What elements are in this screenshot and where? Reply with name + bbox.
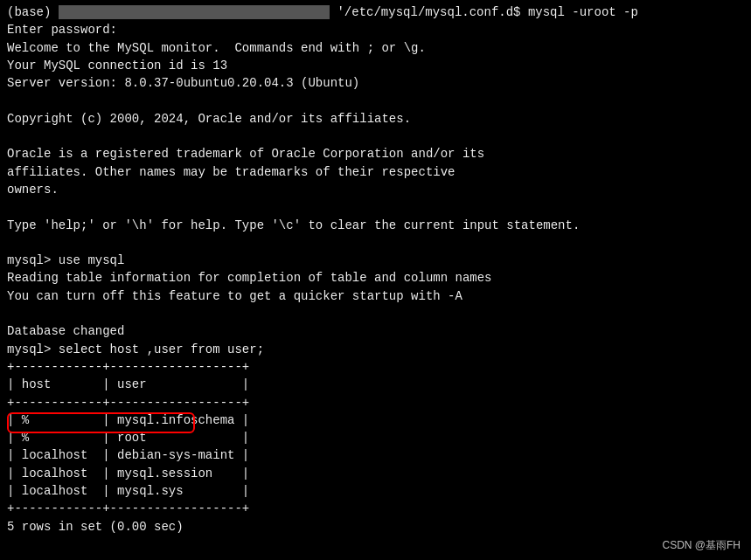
blurred-path [59, 5, 330, 19]
term-line-3: Your MySQL connection id is 13 [7, 57, 744, 74]
term-line-7 [7, 128, 744, 145]
term-line-9: affiliates. Other names may be trademark… [7, 163, 744, 181]
term-line-13 [7, 234, 744, 252]
table-border-bot: +------------+------------------+ [7, 500, 744, 517]
term-line-6: Copyright (c) 2000, 2024, Oracle and/or … [7, 110, 744, 128]
term-line-8: Oracle is a registered trademark of Orac… [7, 145, 744, 162]
table-border-mid: +------------+------------------+ [7, 394, 744, 411]
table-area: +------------+------------------+ | host… [7, 358, 744, 518]
term-line-11 [7, 198, 744, 216]
term-line-12: Type 'help;' or '\h' for help. Type '\c'… [7, 217, 744, 234]
table-border-top: +------------+------------------+ [7, 358, 744, 376]
term-line-15: Reading table information for completion… [7, 269, 744, 287]
table-row-5: | localhost | mysql.sys | [7, 482, 744, 500]
result-line: 5 rows in set (0.00 sec) [7, 518, 744, 536]
term-line-18: Database changed [7, 322, 744, 340]
term-line-2: Welcome to the MySQL monitor. Commands e… [7, 39, 744, 57]
table-row-2: | % | root | [7, 429, 744, 446]
term-line-17 [7, 305, 744, 322]
term-line-14: mysql> use mysql [7, 252, 744, 269]
term-line-10: owners. [7, 181, 744, 198]
table-row-1: | % | mysql.infoschema | [7, 411, 744, 429]
term-line-5 [7, 92, 744, 109]
term-line-1: Enter password: [7, 21, 744, 38]
term-line-4: Server version: 8.0.37-0ubuntu0.20.04.3 … [7, 74, 744, 92]
term-line-19: mysql> select host ,user from user; [7, 341, 744, 358]
table-header: | host | user | [7, 376, 744, 393]
term-line-16: You can turn off this feature to get a q… [7, 287, 744, 305]
table-row-3: | localhost | debian-sys-maint | [7, 446, 744, 464]
table-row-4: | localhost | mysql.session | [7, 465, 744, 482]
terminal: (base) '/etc/mysql/mysql.conf.d$ mysql -… [0, 0, 751, 560]
watermark: CSDN @基雨FH [662, 538, 741, 553]
header-line: (base) '/etc/mysql/mysql.conf.d$ mysql -… [7, 3, 744, 21]
